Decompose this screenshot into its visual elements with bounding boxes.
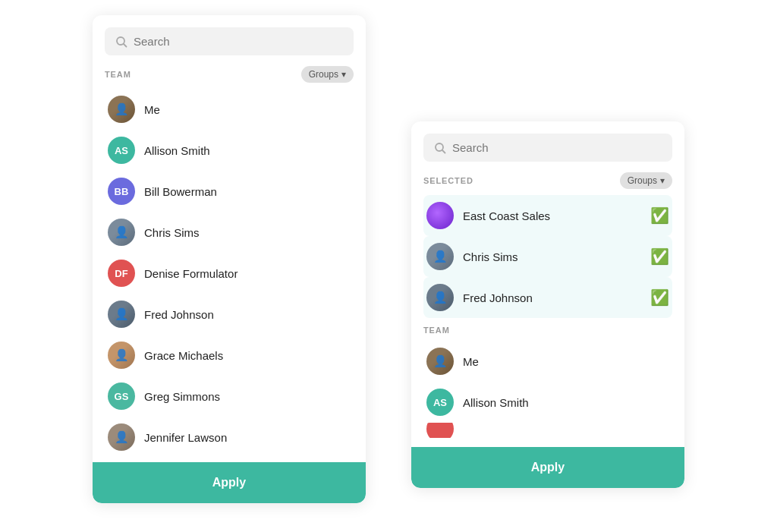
item-name: Greg Simmons [144, 390, 351, 403]
svg-line-7 [442, 150, 445, 153]
selected-section-header: SELECTED Groups ▾ [423, 172, 672, 189]
svg-line-1 [124, 44, 127, 47]
search-input-left[interactable] [134, 35, 343, 48]
item-name: Fred Johnson [463, 291, 641, 304]
list-item[interactable]: DF Denise Formulator [105, 253, 354, 294]
check-icon: ✅ [650, 288, 669, 307]
list-item-me-right[interactable]: 👤 Me [423, 341, 672, 382]
item-name: Me [144, 103, 351, 116]
avatar: 👤 [108, 423, 135, 451]
list-item-east-coast[interactable]: East Coast Sales ✅ [423, 195, 672, 236]
team-list-left: 👤 Me AS Allison Smith BB Bill Bowerman 👤… [105, 89, 354, 453]
list-item[interactable]: AS Allison Smith [105, 130, 354, 171]
selected-list: East Coast Sales ✅ 👤 Chris Sims ✅ 👤 Fred… [423, 195, 672, 438]
search-bar-left[interactable] [105, 27, 354, 55]
check-icon: ✅ [650, 247, 669, 266]
avatar: 👤 [426, 243, 454, 270]
item-name: Grace Michaels [144, 349, 351, 362]
item-name: Jennifer Lawson [144, 431, 351, 444]
avatar: 👤 [426, 348, 454, 375]
item-name: Bill Bowerman [144, 185, 351, 198]
team-label-left: TEAM [105, 70, 131, 79]
search-input-right[interactable] [452, 141, 662, 154]
team-section-header: TEAM Groups ▾ [105, 66, 354, 83]
groups-button-right[interactable]: Groups ▾ [620, 172, 672, 189]
avatar: AS [426, 389, 454, 416]
avatar-east-coast [426, 202, 454, 229]
search-icon-right [434, 142, 446, 154]
list-item-fred-selected[interactable]: 👤 Fred Johnson ✅ [423, 277, 672, 318]
list-item[interactable]: GS Greg Simmons [105, 376, 354, 417]
search-bar-right[interactable] [423, 134, 672, 162]
groups-button-left[interactable]: Groups ▾ [301, 66, 354, 83]
selected-label: SELECTED [423, 176, 473, 185]
panel-right: SELECTED Groups ▾ East Coast Sales ✅ 👤 C… [411, 121, 684, 488]
search-icon-left [115, 36, 127, 48]
item-name: Chris Sims [144, 226, 351, 239]
list-item[interactable]: 👤 Jennifer Lawson [105, 417, 354, 453]
item-name: Allison Smith [463, 396, 669, 409]
avatar: 👤 [426, 284, 454, 311]
list-item[interactable]: BB Bill Bowerman [105, 171, 354, 212]
avatar: AS [108, 137, 135, 164]
avatar: 👤 [108, 301, 135, 328]
avatar: GS [108, 382, 135, 410]
team-section-header-right: TEAM [423, 326, 672, 335]
item-name: East Coast Sales [463, 209, 641, 222]
item-name: Me [463, 355, 669, 368]
avatar: DF [108, 260, 135, 287]
check-icon: ✅ [650, 206, 669, 225]
avatar: 👤 [108, 342, 135, 369]
item-name: Fred Johnson [144, 308, 351, 321]
list-item-partial[interactable] [423, 423, 672, 438]
list-item[interactable]: 👤 Fred Johnson [105, 294, 354, 335]
item-name: Allison Smith [144, 144, 351, 157]
item-name: Denise Formulator [144, 267, 351, 280]
team-label-right: TEAM [423, 326, 450, 335]
list-item[interactable]: 👤 Me [105, 89, 354, 130]
avatar: 👤 [108, 219, 135, 246]
avatar: 👤 [108, 96, 135, 123]
list-item[interactable]: 👤 Chris Sims [105, 212, 354, 253]
apply-button-left[interactable]: Apply [93, 462, 366, 503]
list-item[interactable]: 👤 Grace Michaels [105, 335, 354, 376]
avatar-partial [426, 423, 454, 438]
list-item-allison-right[interactable]: AS Allison Smith [423, 382, 672, 423]
panel-left: TEAM Groups ▾ 👤 Me AS Allison Smith BB [93, 15, 366, 503]
avatar: BB [108, 178, 135, 205]
list-item-chris-selected[interactable]: 👤 Chris Sims ✅ [423, 236, 672, 277]
item-name: Chris Sims [463, 250, 641, 263]
apply-button-right[interactable]: Apply [411, 447, 684, 488]
